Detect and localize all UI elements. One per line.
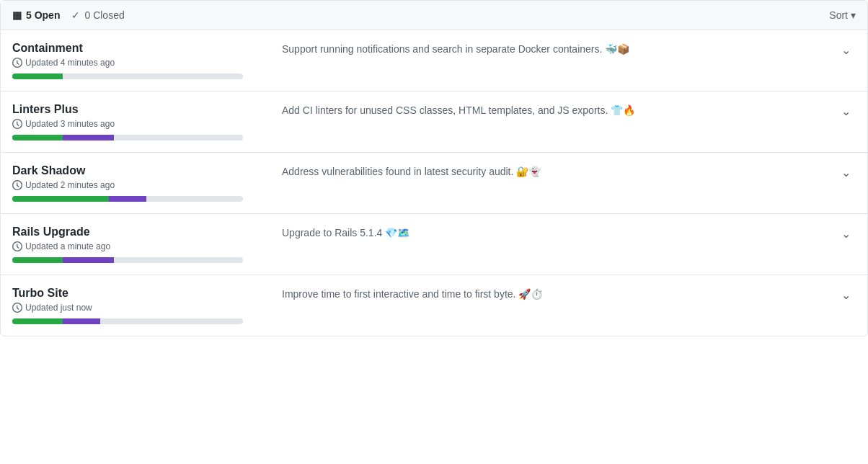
- clock-icon: [12, 180, 22, 190]
- milestone-description: Add CI linters for unused CSS classes, H…: [265, 103, 841, 118]
- milestones-list: Containment Updated 4 minutes ago Suppor…: [1, 30, 867, 336]
- milestone-updated: Updated 2 minutes ago: [12, 180, 265, 190]
- milestone-title: Rails Upgrade: [12, 226, 265, 238]
- updated-text: Updated 2 minutes ago: [25, 180, 115, 190]
- milestone-expand-button[interactable]: ⌄: [841, 226, 856, 241]
- milestone-item: Turbo Site Updated just now Improve time…: [1, 275, 867, 336]
- milestone-description: Support running notifications and search…: [265, 42, 841, 57]
- header-tabs: ▦ 5 Open ✓ 0 Closed: [12, 9, 125, 21]
- progress-green: [12, 73, 63, 79]
- milestone-description: Improve time to first interactive and ti…: [265, 287, 841, 302]
- milestone-item: Rails Upgrade Updated a minute ago Upgra…: [1, 214, 867, 275]
- updated-text: Updated 3 minutes ago: [25, 119, 115, 129]
- milestone-description: Address vulnerabilities found in latest …: [265, 164, 841, 179]
- milestone-updated: Updated 3 minutes ago: [12, 119, 265, 129]
- milestone-title: Containment: [12, 42, 265, 55]
- sort-chevron-icon: ▾: [851, 9, 856, 21]
- progress-green: [12, 196, 109, 202]
- progress-green: [12, 135, 63, 140]
- milestone-updated: Updated a minute ago: [12, 241, 265, 251]
- milestone-expand-button[interactable]: ⌄: [841, 42, 856, 57]
- milestone-left-1: Linters Plus Updated 3 minutes ago: [12, 103, 265, 140]
- progress-purple: [109, 196, 146, 202]
- milestones-header: ▦ 5 Open ✓ 0 Closed Sort ▾: [1, 1, 867, 30]
- milestone-expand-button[interactable]: ⌄: [841, 103, 856, 118]
- progress-purple: [63, 135, 113, 140]
- milestone-item: Dark Shadow Updated 2 minutes ago Addres…: [1, 153, 867, 214]
- updated-text: Updated just now: [25, 303, 92, 313]
- milestone-icon: ▦: [12, 9, 22, 21]
- milestone-left-2: Dark Shadow Updated 2 minutes ago: [12, 164, 265, 202]
- clock-icon: [12, 241, 22, 251]
- milestone-expand-button[interactable]: ⌄: [841, 164, 856, 179]
- open-count-label: 5 Open: [26, 9, 60, 21]
- closed-count-label: 0 Closed: [84, 9, 124, 21]
- clock-icon: [12, 303, 22, 313]
- progress-purple: [63, 318, 99, 324]
- clock-icon: [12, 119, 22, 129]
- milestones-container: ▦ 5 Open ✓ 0 Closed Sort ▾ Containment U…: [0, 0, 868, 336]
- progress-bar: [12, 73, 243, 79]
- clock-icon: [12, 58, 22, 68]
- progress-bar: [12, 196, 243, 202]
- milestone-item: Containment Updated 4 minutes ago Suppor…: [1, 30, 867, 92]
- milestone-item: Linters Plus Updated 3 minutes ago Add C…: [1, 92, 867, 153]
- progress-green: [12, 257, 63, 263]
- milestone-left-3: Rails Upgrade Updated a minute ago: [12, 226, 265, 263]
- milestone-title: Dark Shadow: [12, 164, 265, 177]
- progress-bar: [12, 318, 243, 324]
- updated-text: Updated a minute ago: [25, 241, 110, 251]
- milestone-expand-button[interactable]: ⌄: [841, 287, 856, 302]
- milestone-updated: Updated 4 minutes ago: [12, 58, 265, 68]
- milestone-updated: Updated just now: [12, 303, 265, 313]
- progress-bar: [12, 257, 243, 263]
- milestone-title: Linters Plus: [12, 103, 265, 116]
- progress-green: [12, 318, 63, 324]
- sort-label: Sort: [829, 9, 848, 21]
- sort-button[interactable]: Sort ▾: [829, 9, 856, 21]
- milestone-title: Turbo Site: [12, 287, 265, 300]
- milestone-left-4: Turbo Site Updated just now: [12, 287, 265, 324]
- closed-tab[interactable]: ✓ 0 Closed: [71, 9, 124, 21]
- check-icon: ✓: [71, 9, 80, 21]
- progress-purple: [63, 257, 113, 263]
- progress-bar: [12, 135, 243, 140]
- milestone-left-0: Containment Updated 4 minutes ago: [12, 42, 265, 79]
- milestone-description: Upgrade to Rails 5.1.4 💎🗺️: [265, 226, 841, 241]
- updated-text: Updated 4 minutes ago: [25, 58, 115, 68]
- open-tab[interactable]: ▦ 5 Open: [12, 9, 60, 21]
